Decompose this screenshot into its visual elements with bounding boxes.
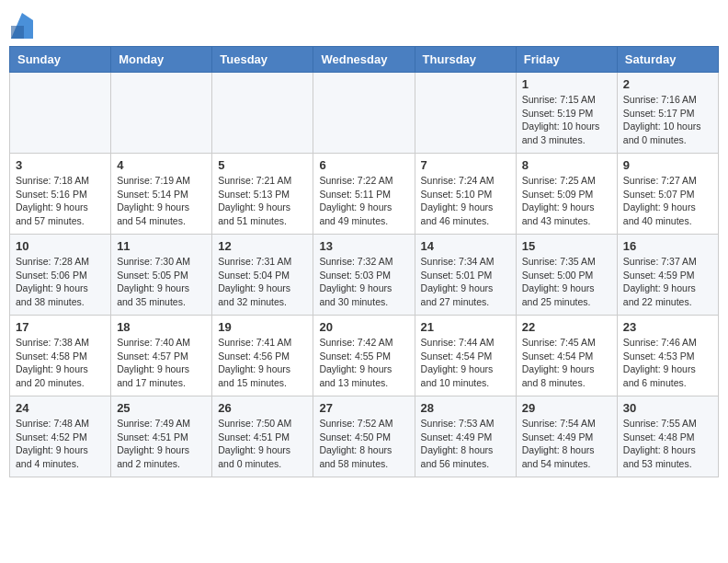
- day-info: Sunrise: 7:25 AM Sunset: 5:09 PM Dayligh…: [522, 174, 611, 228]
- day-info: Sunrise: 7:46 AM Sunset: 4:53 PM Dayligh…: [623, 336, 712, 390]
- day-cell: 18Sunrise: 7:40 AM Sunset: 4:57 PM Dayli…: [111, 316, 212, 396]
- day-number: 22: [522, 320, 611, 334]
- day-info: Sunrise: 7:16 AM Sunset: 5:17 PM Dayligh…: [623, 93, 712, 147]
- day-info: Sunrise: 7:53 AM Sunset: 4:49 PM Dayligh…: [421, 417, 510, 471]
- day-info: Sunrise: 7:31 AM Sunset: 5:04 PM Dayligh…: [218, 255, 307, 309]
- day-info: Sunrise: 7:18 AM Sunset: 5:16 PM Dayligh…: [16, 174, 105, 228]
- logo-icon: [11, 13, 33, 39]
- day-cell: 26Sunrise: 7:50 AM Sunset: 4:51 PM Dayli…: [212, 396, 313, 477]
- day-number: 28: [421, 401, 510, 415]
- day-info: Sunrise: 7:15 AM Sunset: 5:19 PM Dayligh…: [522, 93, 611, 147]
- col-header-saturday: Saturday: [617, 47, 718, 73]
- day-cell: [10, 73, 111, 154]
- calendar-table: SundayMondayTuesdayWednesdayThursdayFrid…: [9, 46, 719, 477]
- day-cell: 19Sunrise: 7:41 AM Sunset: 4:56 PM Dayli…: [212, 316, 313, 396]
- day-cell: 21Sunrise: 7:44 AM Sunset: 4:54 PM Dayli…: [415, 316, 516, 396]
- col-header-tuesday: Tuesday: [212, 47, 313, 73]
- day-number: 2: [623, 77, 712, 91]
- day-cell: 4Sunrise: 7:19 AM Sunset: 5:14 PM Daylig…: [111, 154, 212, 235]
- day-info: Sunrise: 7:50 AM Sunset: 4:51 PM Dayligh…: [218, 417, 307, 471]
- week-row-3: 10Sunrise: 7:28 AM Sunset: 5:06 PM Dayli…: [10, 235, 719, 316]
- day-number: 18: [117, 320, 206, 334]
- day-cell: 11Sunrise: 7:30 AM Sunset: 5:05 PM Dayli…: [111, 235, 212, 316]
- day-info: Sunrise: 7:30 AM Sunset: 5:05 PM Dayligh…: [117, 255, 206, 309]
- day-info: Sunrise: 7:27 AM Sunset: 5:07 PM Dayligh…: [623, 174, 712, 228]
- day-cell: 23Sunrise: 7:46 AM Sunset: 4:53 PM Dayli…: [617, 316, 718, 396]
- day-number: 27: [319, 401, 408, 415]
- logo: [9, 13, 33, 39]
- week-row-1: 1Sunrise: 7:15 AM Sunset: 5:19 PM Daylig…: [10, 73, 719, 154]
- day-cell: 22Sunrise: 7:45 AM Sunset: 4:54 PM Dayli…: [516, 316, 617, 396]
- day-cell: 15Sunrise: 7:35 AM Sunset: 5:00 PM Dayli…: [516, 235, 617, 316]
- day-cell: 3Sunrise: 7:18 AM Sunset: 5:16 PM Daylig…: [10, 154, 111, 235]
- header: [9, 9, 719, 39]
- day-cell: 27Sunrise: 7:52 AM Sunset: 4:50 PM Dayli…: [313, 396, 415, 477]
- day-number: 6: [319, 158, 408, 172]
- day-number: 8: [522, 158, 611, 172]
- day-number: 25: [117, 401, 206, 415]
- day-info: Sunrise: 7:35 AM Sunset: 5:00 PM Dayligh…: [522, 255, 611, 309]
- day-info: Sunrise: 7:44 AM Sunset: 4:54 PM Dayligh…: [421, 336, 510, 390]
- day-number: 11: [117, 239, 206, 253]
- day-number: 1: [522, 77, 611, 91]
- day-cell: 28Sunrise: 7:53 AM Sunset: 4:49 PM Dayli…: [415, 396, 516, 477]
- day-cell: 13Sunrise: 7:32 AM Sunset: 5:03 PM Dayli…: [313, 235, 415, 316]
- day-info: Sunrise: 7:48 AM Sunset: 4:52 PM Dayligh…: [16, 417, 105, 471]
- col-header-thursday: Thursday: [415, 47, 516, 73]
- day-cell: 1Sunrise: 7:15 AM Sunset: 5:19 PM Daylig…: [516, 73, 617, 154]
- day-number: 3: [16, 158, 105, 172]
- day-info: Sunrise: 7:19 AM Sunset: 5:14 PM Dayligh…: [117, 174, 206, 228]
- day-cell: 12Sunrise: 7:31 AM Sunset: 5:04 PM Dayli…: [212, 235, 313, 316]
- day-cell: [111, 73, 212, 154]
- day-cell: [415, 73, 516, 154]
- day-cell: 20Sunrise: 7:42 AM Sunset: 4:55 PM Dayli…: [313, 316, 415, 396]
- day-cell: 2Sunrise: 7:16 AM Sunset: 5:17 PM Daylig…: [617, 73, 718, 154]
- day-cell: 17Sunrise: 7:38 AM Sunset: 4:58 PM Dayli…: [10, 316, 111, 396]
- header-row: SundayMondayTuesdayWednesdayThursdayFrid…: [10, 47, 719, 73]
- day-number: 4: [117, 158, 206, 172]
- day-cell: 6Sunrise: 7:22 AM Sunset: 5:11 PM Daylig…: [313, 154, 415, 235]
- day-cell: [313, 73, 415, 154]
- day-number: 17: [16, 320, 105, 334]
- col-header-monday: Monday: [111, 47, 212, 73]
- day-number: 29: [522, 401, 611, 415]
- day-number: 9: [623, 158, 712, 172]
- col-header-friday: Friday: [516, 47, 617, 73]
- col-header-wednesday: Wednesday: [313, 47, 415, 73]
- day-info: Sunrise: 7:34 AM Sunset: 5:01 PM Dayligh…: [421, 255, 510, 309]
- day-number: 24: [16, 401, 105, 415]
- day-info: Sunrise: 7:38 AM Sunset: 4:58 PM Dayligh…: [16, 336, 105, 390]
- day-info: Sunrise: 7:55 AM Sunset: 4:48 PM Dayligh…: [623, 417, 712, 471]
- day-info: Sunrise: 7:41 AM Sunset: 4:56 PM Dayligh…: [218, 336, 307, 390]
- week-row-2: 3Sunrise: 7:18 AM Sunset: 5:16 PM Daylig…: [10, 154, 719, 235]
- day-cell: 10Sunrise: 7:28 AM Sunset: 5:06 PM Dayli…: [10, 235, 111, 316]
- day-number: 19: [218, 320, 307, 334]
- day-cell: 5Sunrise: 7:21 AM Sunset: 5:13 PM Daylig…: [212, 154, 313, 235]
- day-number: 15: [522, 239, 611, 253]
- col-header-sunday: Sunday: [10, 47, 111, 73]
- day-number: 23: [623, 320, 712, 334]
- day-number: 20: [319, 320, 408, 334]
- week-row-5: 24Sunrise: 7:48 AM Sunset: 4:52 PM Dayli…: [10, 396, 719, 477]
- day-number: 26: [218, 401, 307, 415]
- day-number: 21: [421, 320, 510, 334]
- day-cell: 8Sunrise: 7:25 AM Sunset: 5:09 PM Daylig…: [516, 154, 617, 235]
- day-cell: 9Sunrise: 7:27 AM Sunset: 5:07 PM Daylig…: [617, 154, 718, 235]
- day-info: Sunrise: 7:21 AM Sunset: 5:13 PM Dayligh…: [218, 174, 307, 228]
- day-number: 14: [421, 239, 510, 253]
- day-cell: 16Sunrise: 7:37 AM Sunset: 4:59 PM Dayli…: [617, 235, 718, 316]
- day-info: Sunrise: 7:24 AM Sunset: 5:10 PM Dayligh…: [421, 174, 510, 228]
- day-cell: [212, 73, 313, 154]
- day-info: Sunrise: 7:28 AM Sunset: 5:06 PM Dayligh…: [16, 255, 105, 309]
- day-cell: 29Sunrise: 7:54 AM Sunset: 4:49 PM Dayli…: [516, 396, 617, 477]
- day-cell: 14Sunrise: 7:34 AM Sunset: 5:01 PM Dayli…: [415, 235, 516, 316]
- day-info: Sunrise: 7:49 AM Sunset: 4:51 PM Dayligh…: [117, 417, 206, 471]
- day-info: Sunrise: 7:52 AM Sunset: 4:50 PM Dayligh…: [319, 417, 408, 471]
- week-row-4: 17Sunrise: 7:38 AM Sunset: 4:58 PM Dayli…: [10, 316, 719, 396]
- day-cell: 24Sunrise: 7:48 AM Sunset: 4:52 PM Dayli…: [10, 396, 111, 477]
- day-info: Sunrise: 7:22 AM Sunset: 5:11 PM Dayligh…: [319, 174, 408, 228]
- day-number: 13: [319, 239, 408, 253]
- day-number: 10: [16, 239, 105, 253]
- day-info: Sunrise: 7:40 AM Sunset: 4:57 PM Dayligh…: [117, 336, 206, 390]
- day-cell: 25Sunrise: 7:49 AM Sunset: 4:51 PM Dayli…: [111, 396, 212, 477]
